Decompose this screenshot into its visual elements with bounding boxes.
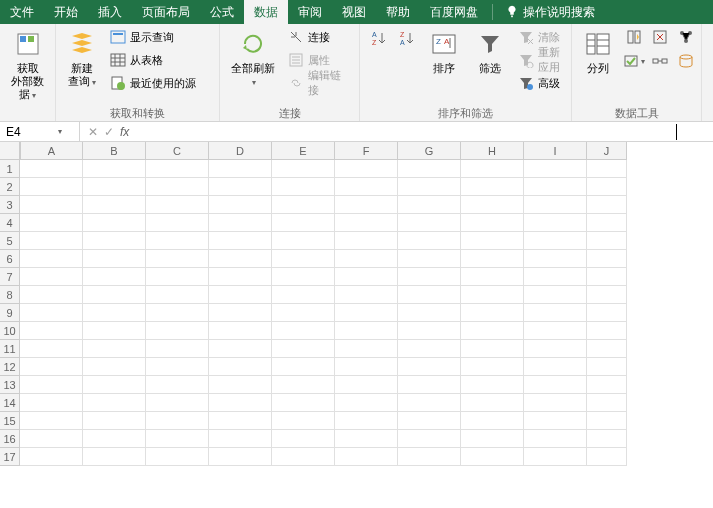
cell[interactable]: [587, 250, 627, 268]
cell[interactable]: [209, 160, 272, 178]
cell[interactable]: [335, 448, 398, 466]
cell[interactable]: [461, 376, 524, 394]
name-box-input[interactable]: [6, 125, 56, 139]
cell[interactable]: [524, 232, 587, 250]
cell[interactable]: [146, 268, 209, 286]
cell[interactable]: [146, 250, 209, 268]
cell[interactable]: [146, 430, 209, 448]
relationships-button[interactable]: [648, 50, 672, 72]
fx-button[interactable]: fx: [120, 125, 129, 139]
cell[interactable]: [20, 214, 83, 232]
cell[interactable]: [461, 196, 524, 214]
cell[interactable]: [524, 412, 587, 430]
cell[interactable]: [524, 322, 587, 340]
spreadsheet-grid[interactable]: ABCDEFGHIJ 1234567891011121314151617: [0, 142, 713, 466]
row-header[interactable]: 9: [0, 304, 20, 322]
row-header[interactable]: 17: [0, 448, 20, 466]
cell[interactable]: [587, 196, 627, 214]
cell[interactable]: [335, 286, 398, 304]
cell[interactable]: [146, 160, 209, 178]
consolidate-button[interactable]: [674, 26, 698, 48]
cell[interactable]: [272, 448, 335, 466]
cell[interactable]: [20, 178, 83, 196]
cell[interactable]: [209, 250, 272, 268]
cell[interactable]: [335, 412, 398, 430]
manage-data-model-button[interactable]: [674, 50, 698, 72]
cell[interactable]: [20, 250, 83, 268]
cell[interactable]: [461, 322, 524, 340]
refresh-all-button[interactable]: 全部刷新▾: [224, 26, 282, 91]
cell[interactable]: [272, 178, 335, 196]
cell[interactable]: [83, 394, 146, 412]
remove-duplicates-button[interactable]: [648, 26, 672, 48]
cell[interactable]: [20, 268, 83, 286]
column-header[interactable]: B: [83, 142, 146, 160]
new-query-button[interactable]: 新建 查询▾: [60, 26, 104, 91]
cell[interactable]: [146, 196, 209, 214]
cell[interactable]: [335, 196, 398, 214]
cell[interactable]: [209, 448, 272, 466]
cell[interactable]: [398, 376, 461, 394]
cell[interactable]: [524, 286, 587, 304]
cell[interactable]: [461, 304, 524, 322]
select-all-corner[interactable]: [0, 142, 20, 160]
column-header[interactable]: D: [209, 142, 272, 160]
cell[interactable]: [398, 340, 461, 358]
cell[interactable]: [272, 268, 335, 286]
cell[interactable]: [587, 412, 627, 430]
cell[interactable]: [83, 430, 146, 448]
cell[interactable]: [20, 322, 83, 340]
cell[interactable]: [83, 358, 146, 376]
cell[interactable]: [146, 322, 209, 340]
cell[interactable]: [335, 250, 398, 268]
cell[interactable]: [20, 286, 83, 304]
tab-file[interactable]: 文件: [0, 0, 44, 24]
cell[interactable]: [398, 214, 461, 232]
text-to-columns-button[interactable]: 分列: [576, 26, 620, 77]
cell[interactable]: [83, 376, 146, 394]
cell[interactable]: [398, 160, 461, 178]
cell[interactable]: [524, 448, 587, 466]
get-external-data-button[interactable]: 获取 外部数据▾: [4, 26, 51, 104]
cell[interactable]: [524, 160, 587, 178]
cell[interactable]: [272, 430, 335, 448]
cancel-formula-button[interactable]: ✕: [88, 125, 98, 139]
cell[interactable]: [587, 430, 627, 448]
cell[interactable]: [209, 178, 272, 196]
edit-links-button[interactable]: 编辑链接: [284, 72, 355, 94]
cell[interactable]: [209, 394, 272, 412]
cell[interactable]: [335, 178, 398, 196]
cell[interactable]: [587, 448, 627, 466]
cell[interactable]: [209, 376, 272, 394]
cell[interactable]: [587, 286, 627, 304]
cell[interactable]: [524, 340, 587, 358]
cell[interactable]: [20, 232, 83, 250]
cell[interactable]: [524, 178, 587, 196]
cell[interactable]: [146, 376, 209, 394]
cell[interactable]: [461, 250, 524, 268]
cell[interactable]: [20, 358, 83, 376]
cell[interactable]: [524, 376, 587, 394]
cell[interactable]: [398, 196, 461, 214]
column-header[interactable]: G: [398, 142, 461, 160]
cell[interactable]: [209, 214, 272, 232]
cell[interactable]: [335, 340, 398, 358]
cell[interactable]: [335, 376, 398, 394]
cell[interactable]: [146, 286, 209, 304]
cell[interactable]: [83, 214, 146, 232]
cell[interactable]: [335, 394, 398, 412]
cell[interactable]: [335, 268, 398, 286]
cell[interactable]: [209, 340, 272, 358]
cell[interactable]: [209, 322, 272, 340]
cell[interactable]: [587, 178, 627, 196]
cell[interactable]: [398, 358, 461, 376]
row-header[interactable]: 13: [0, 376, 20, 394]
cell[interactable]: [20, 430, 83, 448]
cell[interactable]: [209, 268, 272, 286]
advanced-filter-button[interactable]: 高级: [514, 72, 567, 94]
cell[interactable]: [20, 304, 83, 322]
cell[interactable]: [146, 178, 209, 196]
cell[interactable]: [209, 232, 272, 250]
tab-review[interactable]: 审阅: [288, 0, 332, 24]
cell[interactable]: [335, 430, 398, 448]
